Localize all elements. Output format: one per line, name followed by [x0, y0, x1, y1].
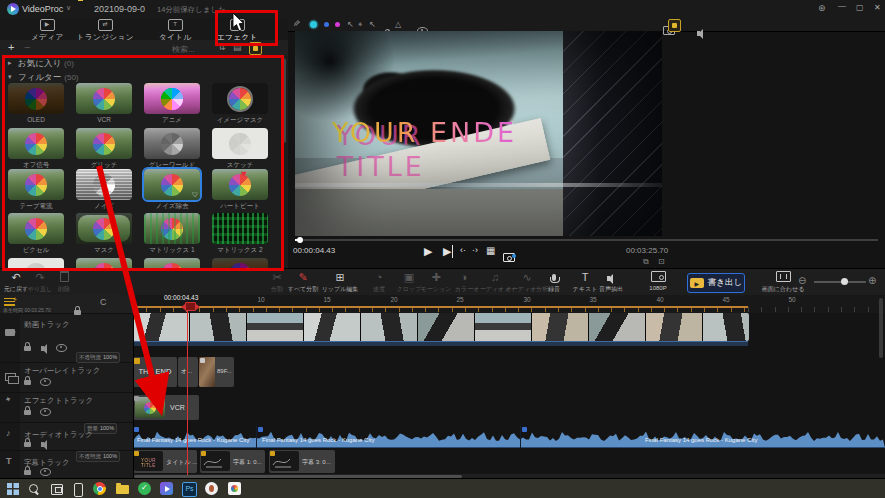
search-input[interactable]: 検索...: [172, 44, 195, 55]
subtitle-clip[interactable]: 字幕 1: 0...: [200, 450, 265, 473]
videoproc-window: VideoProc ∨ 202109-09-0 14分前保存しました ⊛ — ▢…: [0, 0, 885, 498]
delete-button[interactable]: 削除: [42, 271, 86, 294]
video-clip[interactable]: [133, 313, 749, 341]
your-phone-app[interactable]: [71, 482, 85, 496]
windows-taskbar: ✓ Ps ^ A 15:25 2021/10/11: [0, 478, 885, 498]
task-view-button[interactable]: [49, 482, 63, 496]
annotation-box-effect-tab: [215, 10, 278, 46]
clip-tag: [270, 451, 275, 456]
color-dot-magenta[interactable]: [335, 22, 340, 27]
snap-icon[interactable]: C: [100, 297, 107, 307]
playhead-time: 00:00:04.43: [164, 294, 198, 301]
track-header-video[interactable]: 動画トラック 不透明度100%: [0, 313, 133, 363]
add-track-plus[interactable]: +: [13, 296, 17, 303]
play-from-start-button[interactable]: ▶: [443, 245, 453, 258]
videoproc-app-active[interactable]: [160, 482, 174, 496]
search-button[interactable]: [27, 482, 41, 496]
preview-panel: ✎ ↖ ⌖ ↖ △ YOUR TITLE: [288, 18, 885, 268]
audio-clip-label: Final Fantasy 14 goes Rock - Kugane City: [137, 437, 249, 443]
app-icon-square[interactable]: [228, 482, 242, 496]
clip-tag: [134, 427, 139, 432]
pointer-tool-icon[interactable]: ↖: [369, 20, 376, 29]
seek-knob[interactable]: [297, 237, 303, 243]
add-button[interactable]: +: [8, 41, 14, 53]
lock-icon[interactable]: [24, 442, 31, 447]
clip-tag: [134, 396, 139, 401]
photoshop-app[interactable]: Ps: [182, 482, 196, 496]
opacity-badge[interactable]: 不透明度100%: [76, 451, 120, 462]
select-tool-icon[interactable]: ↖: [347, 20, 354, 29]
color-dot-blue[interactable]: [324, 22, 329, 27]
start-button[interactable]: [6, 482, 20, 496]
timeline-zoom-knob[interactable]: [841, 278, 848, 285]
audio-clip[interactable]: Final Fantasy 14 goes Rock - Kugane City…: [133, 426, 885, 448]
settings-gear-icon[interactable]: ⊛: [818, 3, 826, 13]
overlay-track-icon: [5, 373, 16, 381]
pen-tool-icon[interactable]: ✎: [293, 19, 301, 29]
prism-tool-icon[interactable]: △: [395, 20, 401, 29]
copy-view-icon[interactable]: ⧉: [643, 257, 649, 267]
effect-clip-vcr[interactable]: VCR: [133, 395, 199, 420]
tab-media[interactable]: ▶ メディア: [22, 18, 72, 40]
chrome-app[interactable]: [93, 482, 107, 496]
next-frame-button[interactable]: ·›: [472, 245, 478, 255]
subtitle-clip[interactable]: 字幕 3: 0...: [269, 450, 335, 473]
play-button[interactable]: ▶: [424, 245, 432, 258]
audio-clip-label: Final Fantasy 14 goes Rock - Kugane City: [645, 437, 757, 443]
track-headers: + C 再生時間 00:03:25.70 動画トラック 不透明度100% オーバ…: [0, 295, 134, 478]
file-explorer-app[interactable]: [116, 482, 130, 496]
visibility-icon[interactable]: [40, 378, 51, 386]
audio-clip-boundary: [520, 426, 521, 448]
app-icon-round[interactable]: [205, 482, 219, 496]
visibility-icon[interactable]: [56, 344, 67, 352]
track-header-effect[interactable]: ✦ エフェクトトラック: [0, 392, 133, 423]
clip-tag: [134, 358, 140, 364]
chevron-down-icon[interactable]: ∨: [66, 4, 71, 12]
tab-transition[interactable]: ⇄ トランジション: [75, 18, 135, 40]
crop-overlay-toggle[interactable]: [668, 19, 681, 32]
ripple-edit-button[interactable]: ⊞リップル編集: [318, 271, 362, 294]
subtitle-track-icon: T: [6, 456, 12, 466]
current-time: 00:00:04.43: [293, 246, 335, 255]
timeline-zoom-slider[interactable]: [814, 281, 866, 283]
audio-extract-button[interactable]: 音声抽出: [589, 271, 633, 294]
seek-bar[interactable]: [295, 239, 878, 241]
mute-icon[interactable]: [41, 442, 44, 447]
audio-track-icon: ♪: [6, 428, 11, 438]
track-header-audio[interactable]: 音量100% ♪ オーディオトラック: [0, 422, 133, 451]
speaker-out-icon: [589, 271, 633, 284]
resolution-button[interactable]: 1080P: [636, 271, 680, 291]
overlay-clip[interactable]: オ...: [178, 357, 198, 387]
visibility-icon[interactable]: [40, 408, 51, 416]
tab-title[interactable]: T タイトル: [150, 18, 200, 40]
fullscreen-icon[interactable]: ⊡: [658, 257, 665, 266]
target-tool-icon[interactable]: ⌖: [358, 20, 363, 30]
track-header-subtitle[interactable]: 不透明度100% T 字幕トラック: [0, 450, 133, 478]
playhead-line[interactable]: [187, 302, 188, 475]
prev-frame-button[interactable]: ‹·: [460, 245, 466, 255]
visibility-icon[interactable]: [40, 468, 51, 476]
track-header-topbar: + C 再生時間 00:03:25.70: [0, 295, 133, 314]
playhead-marker[interactable]: [178, 302, 203, 311]
audio-clip-label: Final Fantasy 14 goes Rock - Kugane City: [262, 437, 374, 443]
maximize-button[interactable]: ▢: [856, 3, 864, 12]
antivirus-app[interactable]: ✓: [138, 482, 152, 496]
lock-icon[interactable]: [24, 346, 31, 351]
track-header-overlay[interactable]: オーバーレイトラック: [0, 362, 133, 393]
close-button[interactable]: ✕: [874, 3, 881, 12]
mute-icon[interactable]: [41, 346, 44, 351]
lock-icon[interactable]: [24, 380, 31, 385]
color-dot-cyan[interactable]: [310, 21, 317, 28]
lock-icon[interactable]: [24, 470, 31, 475]
timeline-vscroll-thumb[interactable]: [879, 298, 883, 358]
app-name[interactable]: VideoProc: [22, 4, 63, 14]
marker-frame-icon[interactable]: ▦: [486, 245, 495, 256]
export-button[interactable]: ▶ 書き出し: [687, 273, 745, 293]
lock-icon[interactable]: [24, 410, 31, 415]
zoom-out-icon[interactable]: ⊖: [798, 275, 806, 286]
remove-button[interactable]: −: [24, 41, 30, 53]
minimize-button[interactable]: —: [838, 1, 846, 10]
speaker-icon[interactable]: [697, 31, 700, 36]
timeline-ruler[interactable]: 10 15 20 25 30 35 40 45 50: [133, 295, 885, 313]
zoom-in-icon[interactable]: ⊕: [868, 275, 876, 286]
